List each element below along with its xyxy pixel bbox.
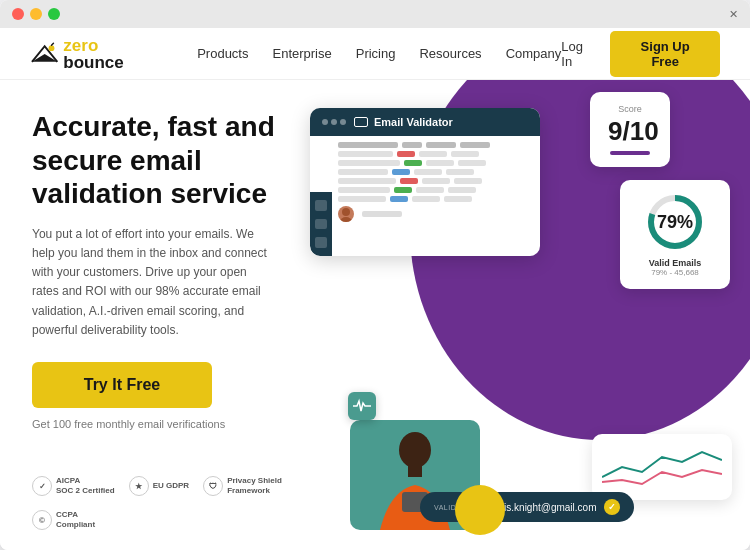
svg-point-5	[399, 432, 431, 468]
table-row	[338, 151, 534, 157]
hero-description: You put a lot of effort into your emails…	[32, 225, 272, 340]
validator-sidebar	[310, 192, 332, 256]
valid-label: Valid Emails	[634, 258, 716, 268]
nav-resources[interactable]: Resources	[419, 46, 481, 61]
page-content: zero bounce Products Enterprise Pricing …	[0, 28, 750, 550]
hero-right: Score 9/10 Email Validator	[300, 80, 750, 550]
sidebar-icon-2	[315, 219, 327, 230]
svg-point-1	[342, 208, 350, 216]
hero-title: Accurate, fast and secure email validati…	[32, 110, 300, 211]
chart-svg	[602, 442, 722, 492]
nav-pricing[interactable]: Pricing	[356, 46, 396, 61]
validator-dots	[322, 119, 346, 125]
nav-actions: Log In Sign Up Free	[561, 31, 720, 77]
aicpa-icon: ✓	[32, 476, 52, 496]
yellow-circle-decoration	[455, 485, 505, 535]
table-row	[338, 196, 534, 202]
pulse-icon	[348, 392, 376, 420]
traffic-lights	[12, 8, 60, 20]
score-bar	[610, 151, 650, 155]
score-label: Score	[608, 104, 652, 114]
close-button[interactable]	[12, 8, 24, 20]
badge-gdpr: ★ EU GDPR	[129, 476, 189, 496]
nav-company[interactable]: Company	[506, 46, 562, 61]
trust-badges: ✓ AICPASOC 2 Certified ★ EU GDPR 🛡 Priva…	[32, 476, 300, 530]
validator-body	[332, 136, 540, 256]
nav-products[interactable]: Products	[197, 46, 248, 61]
badge-aicpa: ✓ AICPASOC 2 Certified	[32, 476, 115, 496]
dot-3	[340, 119, 346, 125]
score-card: Score 9/10	[590, 92, 670, 167]
logo-text: zero bounce	[63, 37, 161, 71]
title-bar: ✕	[0, 0, 750, 28]
table-header	[338, 142, 534, 148]
svg-point-2	[340, 217, 352, 222]
valid-sub: 79% - 45,668	[634, 268, 716, 277]
valid-percentage: 79%	[657, 212, 693, 233]
dot-2	[331, 119, 337, 125]
email-address: chris.knight@gmail.com	[490, 502, 596, 513]
avatar-row	[338, 206, 534, 222]
login-button[interactable]: Log In	[561, 39, 596, 69]
navbar: zero bounce Products Enterprise Pricing …	[0, 28, 750, 80]
privacy-shield-icon: 🛡	[203, 476, 223, 496]
table-row	[338, 187, 534, 193]
try-free-button[interactable]: Try It Free	[32, 362, 212, 408]
signup-button[interactable]: Sign Up Free	[610, 31, 720, 77]
minimize-button[interactable]	[30, 8, 42, 20]
validator-header: Email Validator	[310, 108, 540, 136]
maximize-button[interactable]	[48, 8, 60, 20]
badge-privacy-shield: 🛡 Privacy ShieldFramework	[203, 476, 282, 496]
table-row	[338, 178, 534, 184]
window-close-icon[interactable]: ✕	[729, 8, 738, 21]
svg-rect-6	[408, 465, 422, 477]
envelope-icon	[354, 117, 368, 127]
email-validator-card: Email Validator	[310, 108, 540, 256]
free-note: Get 100 free monthly email verifications	[32, 418, 300, 430]
chart-card	[592, 434, 732, 500]
sidebar-icon-3	[315, 237, 327, 248]
valid-emails-card: 79% Valid Emails 79% - 45,668	[620, 180, 730, 289]
pulse-svg	[353, 397, 371, 415]
logo-icon	[30, 42, 59, 66]
email-pill: VALID EMAIL chris.knight@gmail.com ✓	[420, 492, 634, 522]
hero-section: Accurate, fast and secure email validati…	[0, 80, 750, 550]
table-row	[338, 160, 534, 166]
dot-1	[322, 119, 328, 125]
badge-ccpa: © CCPACompliant	[32, 510, 95, 530]
checkmark-icon: ✓	[604, 499, 620, 515]
ccpa-icon: ©	[32, 510, 52, 530]
table-row	[338, 169, 534, 175]
hero-left: Accurate, fast and secure email validati…	[0, 80, 300, 550]
nav-enterprise[interactable]: Enterprise	[272, 46, 331, 61]
sidebar-icon-1	[315, 200, 327, 211]
nav-links: Products Enterprise Pricing Resources Co…	[197, 46, 561, 61]
gauge-circle: 79%	[645, 192, 705, 252]
svg-point-0	[49, 45, 55, 51]
score-value: 9/10	[608, 116, 652, 147]
browser-window: ✕ zero bounce Products Enterprise Pric	[0, 0, 750, 550]
gdpr-icon: ★	[129, 476, 149, 496]
logo[interactable]: zero bounce	[30, 37, 161, 71]
validator-title: Email Validator	[354, 116, 453, 128]
